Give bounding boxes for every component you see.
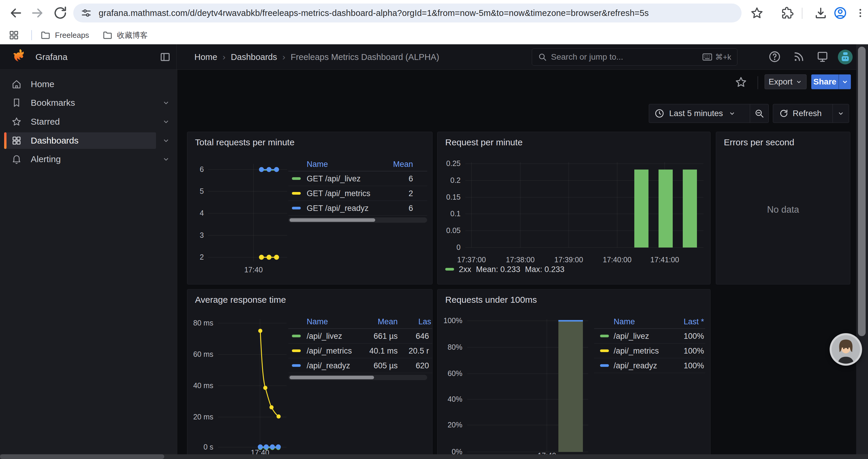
profile-icon[interactable] [833,6,847,20]
series-name[interactable]: /api/_readyz [307,361,350,370]
legend-row[interactable]: /api/_metrics 100% [594,343,705,358]
search-input[interactable]: Search or jump to... ⌘+k [532,48,737,66]
header-divider [176,44,177,69]
column-last[interactable]: Las [418,317,431,326]
chevron-down-icon[interactable] [162,136,170,145]
series-name[interactable]: GET /api/_metrics [307,189,370,198]
grafana-brand[interactable]: Grafana [35,44,67,70]
time-range-label[interactable]: Last 5 minutes [669,109,723,118]
browser-back-icon[interactable] [8,5,24,21]
legend-scrollbar[interactable] [288,375,427,380]
requests-bar-plot[interactable] [465,160,705,253]
refresh-interval-chevron-icon[interactable] [833,109,849,117]
no-data-message: No data [716,204,850,215]
chevron-down-icon[interactable] [162,99,170,107]
series-name[interactable]: /api/_livez [614,332,649,341]
panel-title[interactable]: Request per minute [445,137,523,147]
bookmark-star-icon[interactable] [750,6,764,20]
horizontal-scrollbar-thumb[interactable] [0,454,164,459]
series-name[interactable]: /api/_metrics [307,347,352,356]
sidebar-item-home[interactable]: Home [0,76,177,93]
column-name[interactable]: Name [307,317,328,326]
series-last: 620 [390,361,429,370]
sidebar-item-bookmarks[interactable]: Bookmarks [0,95,177,111]
legend-row[interactable]: GET /api/_readyz 6 [288,201,427,216]
column-mean[interactable]: Mean [393,160,413,169]
x-tick: 17:39:00 [548,256,589,264]
legend-row[interactable]: /api/_metrics 40.1 ms 20.5 r [288,343,433,358]
refresh-label[interactable]: Refresh [793,109,822,118]
panel-title[interactable]: Requests under 100ms [445,295,537,305]
y-tick: 0.25 [438,159,461,168]
column-last[interactable]: Last * [684,317,704,326]
user-avatar[interactable] [838,50,852,64]
monitor-icon[interactable] [816,50,829,63]
folder-icon [102,30,113,40]
chevron-down-icon[interactable] [162,118,170,126]
toolbar-divider [757,76,758,89]
breadcrumb-dashboards[interactable]: Dashboards [231,52,277,62]
bookmarks-bar: Freeleaps 收藏博客 [0,26,868,44]
site-settings-icon[interactable] [80,7,92,19]
legend-row[interactable]: /api/_readyz 100% [594,358,705,373]
browser-reload-icon[interactable] [53,5,68,21]
column-name[interactable]: Name [307,160,328,169]
legend-row[interactable]: /api/_livez 661 µs 646 [288,329,433,343]
series-name[interactable]: /api/_livez [307,332,342,341]
requests-line-plot[interactable] [207,161,288,265]
download-icon[interactable] [814,6,828,20]
grafana-logo-icon[interactable] [12,48,28,65]
bookmark-icon [11,97,22,108]
series-name[interactable]: GET /api/_livez [307,174,361,184]
column-mean[interactable]: Mean [353,317,398,326]
response-time-line-plot[interactable] [217,317,288,455]
bookmark-folder-freeleaps[interactable]: Freeleaps [40,26,89,44]
under-100ms-bar-plot[interactable] [466,316,589,456]
y-tick: 0 s [187,443,213,451]
y-tick: 60% [438,369,462,378]
series-swatch [600,350,609,352]
extensions-icon[interactable] [780,6,794,20]
browser-forward-icon[interactable] [30,5,45,21]
chevron-down-icon[interactable] [728,109,736,117]
series-swatch [292,177,301,180]
series-name[interactable]: /api/_readyz [614,361,657,370]
favorite-dashboard-star-icon[interactable] [735,76,747,89]
address-bar[interactable]: grafana.mathmast.com/d/deytv4rwavabkb/fr… [73,4,742,23]
column-name[interactable]: Name [614,317,635,326]
sidebar-item-dashboards[interactable]: Dashboards [0,132,177,149]
series-swatch [292,192,301,195]
help-icon[interactable] [768,50,781,63]
panel-title[interactable]: Errors per second [724,137,794,147]
export-button[interactable]: Export [765,74,807,89]
url-text[interactable]: grafana.mathmast.com/d/deytv4rwavabkb/fr… [99,8,649,18]
share-menu-chevron-icon[interactable] [838,74,851,89]
panel-title[interactable]: Total requests per minute [195,137,294,147]
series-name[interactable]: GET /api/_readyz [307,204,369,213]
series-name[interactable]: 2xx [459,265,471,274]
sidebar-item-starred[interactable]: Starred [0,113,177,130]
legend-row[interactable]: /api/_livez 100% [594,329,705,343]
sidebar-item-alerting[interactable]: Alerting [0,151,177,167]
sidebar-toggle-icon[interactable] [159,52,171,63]
panel-title[interactable]: Average response time [195,295,286,305]
breadcrumb-home[interactable]: Home [194,52,217,62]
bookmark-folder-blogs[interactable]: 收藏博客 [102,26,148,44]
page-scrollbar-thumb[interactable] [858,47,866,336]
legend-scrollbar[interactable] [288,218,427,223]
legend-scrollbar-thumb[interactable] [289,218,375,222]
panel-request-per-minute: Request per minute 0.25 0.2 0.15 0.1 0.0… [437,132,711,285]
apps-grid-icon[interactable] [8,30,20,41]
share-button[interactable]: Share [811,74,838,89]
zoom-out-icon[interactable] [750,108,769,119]
series-name[interactable]: /api/_metrics [614,347,659,356]
series-mean: 2 [409,189,413,198]
browser-menu-icon[interactable] [855,6,866,20]
floating-assistant-avatar[interactable] [829,333,862,366]
legend-scrollbar-thumb[interactable] [289,376,374,379]
legend-row[interactable]: GET /api/_metrics 2 [288,186,427,201]
chevron-down-icon[interactable] [162,155,170,163]
news-rss-icon[interactable] [793,50,805,63]
legend-row[interactable]: /api/_readyz 605 µs 620 [288,358,433,373]
legend-row[interactable]: GET /api/_livez 6 [288,171,427,186]
